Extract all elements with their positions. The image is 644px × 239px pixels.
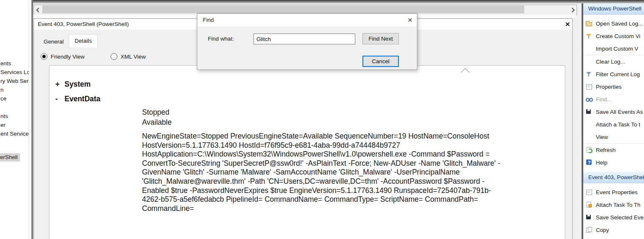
eventdata-message: NewEngineState=Stopped PreviousEngineSta… xyxy=(142,132,500,213)
tree-item[interactable]: er xyxy=(0,122,5,128)
radio-xml-view[interactable]: XML View xyxy=(111,53,146,60)
action-label: Attach Task To Th xyxy=(596,202,641,208)
console-tree-panel: entsServices Lory Web Serncentserent Ser… xyxy=(0,0,29,239)
eventdata-node[interactable]: -EventData xyxy=(55,95,101,103)
action-label: Create Custom Vi xyxy=(596,33,640,39)
action-label: Copy xyxy=(596,227,609,233)
system-node[interactable]: +System xyxy=(55,80,91,89)
scroll-up-icon[interactable] xyxy=(461,68,470,77)
friendly-view-content: +System -EventData StoppedAvailable NewE… xyxy=(49,65,565,239)
action-item[interactable]: Attach a Task To t xyxy=(583,118,644,131)
eventdata-message-line: HostApplication=C:\Windows\System32\Wind… xyxy=(142,150,500,159)
detail-tabs: General Details xyxy=(38,34,98,47)
action-icon xyxy=(585,70,593,78)
expand-icon[interactable]: + xyxy=(55,80,65,89)
preview-pane-title: Event 403, PowerShell (PowerShell) xyxy=(38,21,129,27)
action-item[interactable]: Open Saved Log... xyxy=(583,17,644,30)
eventdata-message-line: HostVersion=5.1.17763.1490 HostId=f76f95… xyxy=(142,141,500,150)
action-icon xyxy=(585,226,593,234)
action-item[interactable]: Save Selected Eve xyxy=(583,211,644,224)
node-label: System xyxy=(65,80,91,88)
scroll-right-button[interactable] xyxy=(569,5,577,15)
action-item[interactable]: View xyxy=(583,131,644,143)
collapse-icon[interactable]: - xyxy=(55,95,65,103)
tab-details[interactable]: Details xyxy=(69,34,98,47)
action-item[interactable]: Attach Task To Th xyxy=(583,198,644,211)
action-icon xyxy=(585,213,593,221)
view-mode-radios: Friendly View XML View xyxy=(41,53,172,60)
eventdata-message-line: ConvertTo-SecureString 'SuperSecretP@ssw… xyxy=(142,159,500,168)
tree-item[interactable]: ce xyxy=(0,95,6,102)
eventdata-value: Available xyxy=(142,117,172,127)
tree-item[interactable]: Services Lo xyxy=(0,69,30,75)
find-dialog-titlebar[interactable]: Find × xyxy=(197,14,417,26)
actions-list-log: Open Saved Log... Create Custom Vi Impor… xyxy=(583,15,644,169)
chevron-right-icon xyxy=(570,8,574,12)
eventdata-message-line: NewEngineState=Stopped PreviousEngineSta… xyxy=(142,132,500,141)
find-what-label: Find what: xyxy=(208,36,234,42)
tab-general[interactable]: General xyxy=(38,36,69,47)
radio-icon xyxy=(41,53,47,60)
action-icon xyxy=(585,188,593,196)
find-what-input[interactable] xyxy=(253,33,355,44)
actions-section-header-event[interactable]: Event 403, PowerShell xyxy=(583,172,644,183)
action-item[interactable]: Refresh xyxy=(583,143,644,156)
action-label: Import Custom V xyxy=(596,46,638,52)
eventdata-values: StoppedAvailable xyxy=(142,107,172,127)
eventdata-value: Stopped xyxy=(142,107,172,117)
action-item[interactable]: Help xyxy=(583,156,644,169)
action-icon xyxy=(585,95,593,103)
action-icon xyxy=(585,32,593,40)
close-icon[interactable]: × xyxy=(408,15,412,26)
tree-item[interactable]: ents xyxy=(0,60,11,67)
actions-section-header-log[interactable]: Windows PowerShell xyxy=(583,3,644,15)
eventdata-message-line: CommandLine= xyxy=(142,204,500,213)
action-item[interactable]: Filter Current Log xyxy=(583,68,644,80)
action-label: Find... xyxy=(596,96,612,103)
scrollbar-thumb[interactable] xyxy=(42,5,524,13)
action-icon xyxy=(585,146,593,154)
tree-item[interactable]: nts xyxy=(0,113,8,119)
action-icon xyxy=(585,159,593,166)
action-label: Properties xyxy=(596,84,622,90)
action-label: Help xyxy=(596,159,608,166)
eventdata-message-line: GivenName 'Glitch' -Surname 'Malware' -S… xyxy=(142,168,500,177)
action-icon xyxy=(585,108,593,116)
scroll-left-button[interactable] xyxy=(34,5,41,15)
action-icon xyxy=(585,20,593,27)
action-item[interactable]: Properties xyxy=(583,80,644,93)
action-item[interactable]: Save All Events As xyxy=(583,105,644,118)
find-next-button[interactable]: Find Next xyxy=(362,33,399,44)
cancel-button[interactable]: Cancel xyxy=(362,56,399,67)
action-label: View xyxy=(596,134,608,140)
action-item[interactable]: Import Custom V xyxy=(583,42,644,55)
radio-icon xyxy=(111,53,117,60)
action-icon xyxy=(585,83,593,90)
action-label: Attach a Task To t xyxy=(596,121,640,128)
radio-friendly-view[interactable]: Friendly View xyxy=(41,53,85,60)
action-item[interactable]: Create Custom Vi xyxy=(583,30,644,42)
tree-item[interactable]: erShell xyxy=(0,153,20,162)
action-label: Save Selected Eve xyxy=(596,214,644,221)
action-label: Filter Current Log xyxy=(596,71,640,77)
action-label: Save All Events As xyxy=(596,109,643,115)
eventdata-message-line: 4262-b575-a5ef6fedabcb PipelineId= Comma… xyxy=(142,195,500,204)
tree-item[interactable]: ry Web Ser xyxy=(0,78,28,84)
tree-item[interactable]: ent Service xyxy=(0,131,29,137)
action-label: Clear Log... xyxy=(596,59,625,65)
actions-pane: Windows PowerShell Open Saved Log... Cre… xyxy=(583,0,644,239)
eventdata-message-line: 'Glitch_Malware@wareville.thm' -Path 'CN… xyxy=(142,177,500,186)
action-icon xyxy=(585,201,593,208)
action-item[interactable]: Copy xyxy=(583,224,644,236)
tree-item[interactable]: n xyxy=(0,87,4,93)
action-label: Refresh xyxy=(596,147,616,153)
action-label: Event Properties xyxy=(596,189,638,195)
action-item[interactable] xyxy=(583,236,644,239)
action-item[interactable]: Clear Log... xyxy=(583,55,644,68)
action-label: Open Saved Log... xyxy=(596,21,643,27)
find-dialog: Find × Find what: Find Next Cancel xyxy=(197,13,417,70)
action-item[interactable]: Event Properties xyxy=(583,186,644,198)
action-item[interactable]: Find... xyxy=(583,93,644,105)
node-label: EventData xyxy=(65,95,101,103)
close-icon[interactable]: × xyxy=(565,19,570,29)
